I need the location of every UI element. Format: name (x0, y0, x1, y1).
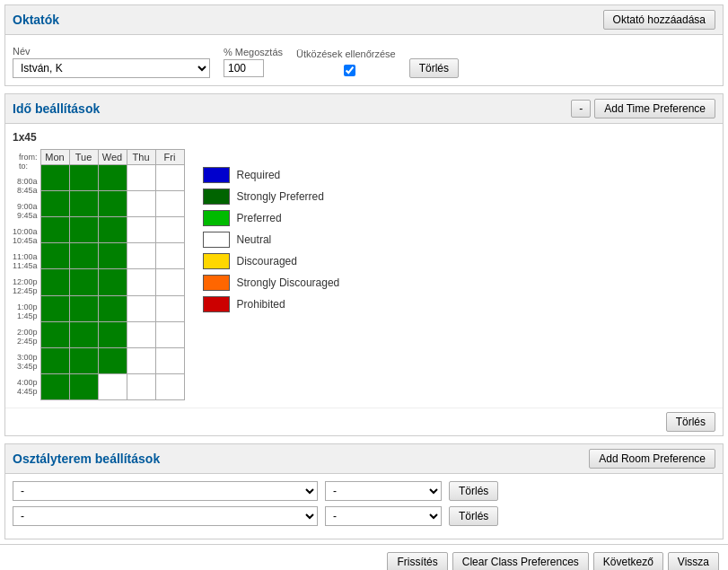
time-delete-button[interactable]: Törlés (666, 412, 715, 432)
instructors-section: Oktatók Oktató hozzáadása Név István, K … (4, 4, 724, 86)
schedule-container: from:to: 8:00a8:45a 9:00a9:45a 10:00a10:… (13, 149, 715, 400)
add-instructor-button[interactable]: Oktató hozzáadása (603, 10, 715, 30)
time-label-0: 8:00a8:45a (13, 174, 40, 199)
grid-cell-1-2[interactable] (98, 191, 127, 217)
grid-cell-2-1[interactable] (69, 217, 98, 243)
instructors-body: Név István, K % Megosztás Ütközések elle… (5, 35, 723, 85)
grid-cell-8-2[interactable] (98, 373, 127, 399)
grid-cell-7-3[interactable] (127, 347, 155, 373)
name-field-group: Név István, K (13, 46, 210, 78)
time-section: Idő beállítások - Add Time Preference 1x… (4, 93, 724, 436)
grid-cell-6-2[interactable] (98, 321, 127, 347)
instructor-delete-button[interactable]: Törlés (409, 58, 459, 78)
grid-cell-1-0[interactable] (40, 191, 69, 217)
grid-cell-4-3[interactable] (127, 269, 155, 295)
grid-cell-6-4[interactable] (155, 321, 184, 347)
grid-cell-3-1[interactable] (69, 243, 98, 269)
grid-cell-5-0[interactable] (40, 295, 69, 321)
grid-cell-4-2[interactable] (98, 269, 127, 295)
instructor-name-dropdown[interactable]: István, K (13, 58, 210, 78)
grid-cell-1-3[interactable] (127, 191, 155, 217)
legend-color-discouraged (203, 253, 230, 269)
grid-cell-8-0[interactable] (40, 373, 69, 399)
legend-label-prohibited: Prohibited (237, 298, 285, 311)
add-time-preference-button[interactable]: Add Time Preference (594, 99, 715, 118)
grid-cell-5-4[interactable] (155, 295, 184, 321)
room-dropdown-1-1[interactable]: - (13, 506, 318, 526)
grid-cell-7-0[interactable] (40, 347, 69, 373)
time-minus-button[interactable]: - (571, 100, 591, 118)
grid-cell-4-1[interactable] (69, 269, 98, 295)
collision-field-group: Ütközések ellenőrzése (296, 48, 396, 76)
time-header-buttons: - Add Time Preference (571, 99, 715, 118)
grid-cell-0-3[interactable] (127, 165, 155, 191)
grid-cell-3-2[interactable] (98, 243, 127, 269)
back-button[interactable]: Vissza (668, 552, 719, 570)
time-labels: from:to: 8:00a8:45a 9:00a9:45a 10:00a10:… (13, 149, 40, 400)
share-label: % Megosztás (224, 47, 283, 57)
schedule-grid: Mon Tue Wed Thu Fri (40, 149, 185, 400)
instructors-title: Oktatók (13, 13, 59, 27)
grid-cell-0-4[interactable] (155, 165, 184, 191)
share-field-group: % Megosztás (224, 47, 283, 77)
grid-cell-1-1[interactable] (69, 191, 98, 217)
room-section: Osztályterem beállítások Add Room Prefer… (4, 443, 724, 539)
time-label-7: 3:00p3:45p (13, 350, 40, 375)
legend-label-strongly-discouraged: Strongly Discouraged (237, 276, 340, 289)
add-room-preference-button[interactable]: Add Room Preference (589, 449, 715, 469)
collision-checkbox[interactable] (303, 65, 396, 76)
next-button[interactable]: Következő (593, 552, 663, 570)
grid-cell-0-2[interactable] (98, 165, 127, 191)
grid-cell-3-0[interactable] (40, 243, 69, 269)
grid-row-8 (40, 373, 184, 399)
grid-cell-6-3[interactable] (127, 321, 155, 347)
time-header: Idő beállítások - Add Time Preference (5, 94, 723, 124)
grid-cell-8-3[interactable] (127, 373, 155, 399)
grid-cell-7-2[interactable] (98, 347, 127, 373)
room-dropdown-0-1[interactable]: - (13, 481, 318, 501)
refresh-button[interactable]: Frissítés (387, 552, 447, 570)
grid-cell-2-2[interactable] (98, 217, 127, 243)
footer-bar: Frissítés Clear Class Preferences Követk… (0, 544, 728, 570)
legend-label-neutral: Neutral (237, 233, 272, 246)
grid-cell-2-3[interactable] (127, 217, 155, 243)
grid-cell-0-0[interactable] (40, 165, 69, 191)
legend-strongly-discouraged: Strongly Discouraged (203, 275, 340, 291)
time-header-left: Idő beállítások (13, 101, 100, 116)
grid-cell-8-4[interactable] (155, 373, 184, 399)
clear-class-preferences-button[interactable]: Clear Class Preferences (452, 552, 589, 570)
instructors-field-row: Név István, K % Megosztás Ütközések elle… (13, 46, 715, 78)
grid-cell-8-1[interactable] (69, 373, 98, 399)
grid-cell-7-4[interactable] (155, 347, 184, 373)
grid-cell-3-4[interactable] (155, 243, 184, 269)
grid-cell-6-1[interactable] (69, 321, 98, 347)
grid-cell-6-0[interactable] (40, 321, 69, 347)
grid-cell-5-1[interactable] (69, 295, 98, 321)
share-input[interactable] (224, 59, 264, 77)
room-dropdown-1-2[interactable]: - (325, 506, 442, 526)
grid-header-row: Mon Tue Wed Thu Fri (40, 150, 184, 165)
schedule-label: 1x45 (13, 131, 715, 144)
room-row-1: - - Törlés (13, 506, 715, 526)
room-delete-button-0[interactable]: Törlés (449, 481, 498, 501)
grid-cell-3-3[interactable] (127, 243, 155, 269)
room-row-0: - - Törlés (13, 481, 715, 501)
grid-cell-2-4[interactable] (155, 217, 184, 243)
legend-label-discouraged: Discouraged (237, 255, 297, 267)
grid-cell-4-0[interactable] (40, 269, 69, 295)
grid-cell-7-1[interactable] (69, 347, 98, 373)
grid-cell-1-4[interactable] (155, 191, 184, 217)
grid-cell-5-3[interactable] (127, 295, 155, 321)
room-dropdown-0-2[interactable]: - (325, 481, 442, 501)
grid-cell-2-0[interactable] (40, 217, 69, 243)
grid-cell-4-4[interactable] (155, 269, 184, 295)
grid-cell-0-1[interactable] (69, 165, 98, 191)
legend-discouraged: Discouraged (203, 253, 340, 269)
grid-cell-5-2[interactable] (98, 295, 127, 321)
room-delete-button-1[interactable]: Törlés (449, 506, 498, 526)
from-to-header: from:to: (13, 149, 40, 174)
grid-row-2 (40, 217, 184, 243)
grid-body (40, 165, 184, 400)
legend-required: Required (203, 167, 340, 183)
time-label-8: 4:00p4:45p (13, 375, 40, 400)
